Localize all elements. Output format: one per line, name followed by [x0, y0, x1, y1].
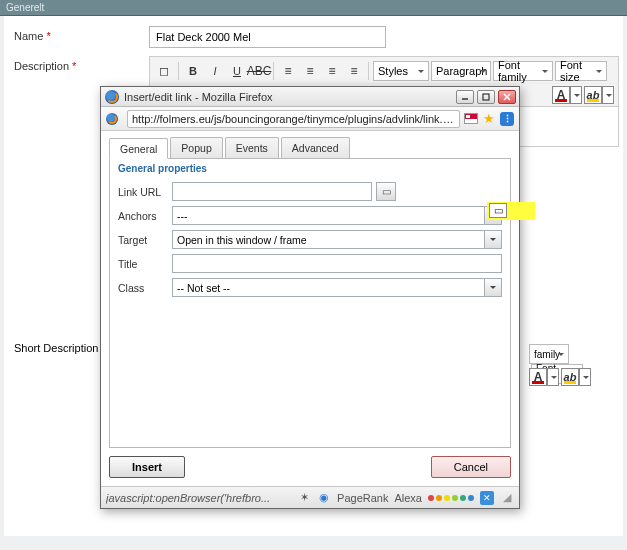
- cancel-button[interactable]: Cancel: [431, 456, 511, 478]
- address-bar: http://folmers.eu/js/bouncingorange/tiny…: [101, 107, 519, 131]
- bold-button[interactable]: B: [183, 61, 203, 81]
- textcolor-picker[interactable]: [570, 86, 582, 104]
- textcolor-2-button[interactable]: A: [529, 368, 547, 386]
- minimize-button[interactable]: [456, 90, 474, 104]
- title-label: Title: [118, 258, 172, 270]
- link-url-label: Link URL: [118, 186, 172, 198]
- textcolor-button[interactable]: A: [552, 86, 570, 104]
- maximize-button[interactable]: [477, 90, 495, 104]
- name-label: Name *: [14, 26, 149, 48]
- class-select[interactable]: [172, 278, 484, 297]
- tab-popup[interactable]: Popup: [170, 137, 222, 158]
- resize-grip-icon[interactable]: ◢: [500, 491, 514, 505]
- align-right-button[interactable]: ≡: [322, 61, 342, 81]
- styles-select[interactable]: Styles: [373, 61, 429, 81]
- admin-section-header: Generelt: [0, 0, 627, 16]
- link-dialog: Insert/edit link - Mozilla Firefox http:…: [100, 86, 520, 509]
- strike-button[interactable]: ABC: [249, 61, 269, 81]
- tab-events[interactable]: Events: [225, 137, 279, 158]
- fontfamily-2-select[interactable]: family: [529, 344, 569, 364]
- italic-button[interactable]: I: [205, 61, 225, 81]
- underline-button[interactable]: U: [227, 61, 247, 81]
- bgcolor-2-picker[interactable]: [579, 368, 591, 386]
- target-dropdown-btn[interactable]: [484, 230, 502, 249]
- fontfamily-select[interactable]: Font family: [493, 61, 553, 81]
- link-url-input[interactable]: [172, 182, 372, 201]
- bookmark-star-icon[interactable]: ★: [482, 112, 496, 126]
- page-icon: [106, 113, 118, 125]
- bgcolor-button[interactable]: ab: [584, 86, 602, 104]
- highlight-cursor: ▭: [487, 202, 535, 220]
- close-button[interactable]: [498, 90, 516, 104]
- browse-button[interactable]: ▭: [376, 182, 396, 201]
- align-left-button[interactable]: ≡: [278, 61, 298, 81]
- status-js-text: javascript:openBrowser('hrefbro...: [106, 492, 291, 504]
- dialog-title: Insert/edit link - Mozilla Firefox: [124, 91, 453, 103]
- short-description-label: Short Description *: [14, 342, 106, 354]
- tab-panel-general: General properties Link URL ▭ Anchors Ta…: [109, 158, 511, 448]
- globe-icon[interactable]: ◉: [317, 491, 331, 505]
- tab-general[interactable]: General: [109, 138, 168, 159]
- bgcolor-picker[interactable]: [602, 86, 614, 104]
- firefox-icon: [105, 90, 119, 104]
- bgcolor-2-button[interactable]: ab: [561, 368, 579, 386]
- align-justify-button[interactable]: ≡: [344, 61, 364, 81]
- newdoc-icon[interactable]: ◻: [154, 61, 174, 81]
- mp-button[interactable]: ⋮: [500, 112, 514, 126]
- pagerank-label: PageRank: [337, 492, 388, 504]
- alexa-label: Alexa: [394, 492, 422, 504]
- wand-icon[interactable]: ✶: [297, 491, 311, 505]
- paragraph-select[interactable]: Paragraph: [431, 61, 491, 81]
- fieldset-legend: General properties: [118, 163, 502, 174]
- tab-advanced[interactable]: Advanced: [281, 137, 350, 158]
- class-label: Class: [118, 282, 172, 294]
- target-label: Target: [118, 234, 172, 246]
- title-input[interactable]: [172, 254, 502, 273]
- rte-toolbar-1: ◻ B I U ABC ≡ ≡ ≡ ≡ Styles Paragraph Fon…: [149, 56, 619, 84]
- align-center-button[interactable]: ≡: [300, 61, 320, 81]
- svg-rect-0: [483, 94, 489, 100]
- anchors-select[interactable]: [172, 206, 484, 225]
- dialog-titlebar[interactable]: Insert/edit link - Mozilla Firefox: [101, 87, 519, 107]
- fontsize-select[interactable]: Font size: [555, 61, 607, 81]
- insert-button[interactable]: Insert: [109, 456, 185, 478]
- name-input[interactable]: [149, 26, 386, 48]
- anchors-label: Anchors: [118, 210, 172, 222]
- dialog-tabs: General Popup Events Advanced: [101, 131, 519, 158]
- flag-dk-icon: [464, 113, 478, 124]
- textcolor-2-picker[interactable]: [547, 368, 559, 386]
- class-dropdown-btn[interactable]: [484, 278, 502, 297]
- target-select[interactable]: [172, 230, 484, 249]
- status-x-icon[interactable]: ✕: [480, 491, 494, 505]
- dialog-statusbar: javascript:openBrowser('hrefbro... ✶ ◉ P…: [101, 486, 519, 508]
- url-field[interactable]: http://folmers.eu/js/bouncingorange/tiny…: [127, 110, 460, 128]
- status-dots: [428, 495, 474, 501]
